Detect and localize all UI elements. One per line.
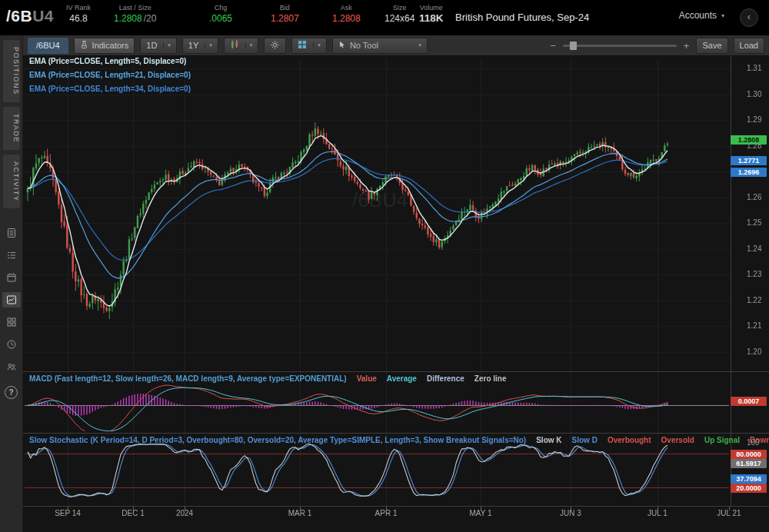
- flask-icon: [80, 40, 88, 51]
- gear-icon: [270, 40, 280, 52]
- indicators-label: Indicators: [92, 41, 129, 50]
- chevron-down-icon: ▾: [313, 42, 321, 48]
- chevron-down-icon: ▾: [418, 42, 421, 48]
- left-sidebar: POSITIONSTRADEACTIVITY ?: [0, 35, 23, 532]
- chart-settings-button[interactable]: [264, 38, 286, 54]
- stat-size: Size124x64: [384, 3, 414, 25]
- chevron-down-icon: ▾: [721, 12, 724, 19]
- community-icon[interactable]: [2, 359, 21, 374]
- stat-iv-rank: IV Rank46.8: [66, 3, 91, 25]
- timeframe-dropdown[interactable]: 1D ▾: [140, 38, 177, 54]
- quote-header: /6BU4 IV Rank46.8Last / Size1.2808/20Chg…: [0, 0, 769, 35]
- layout-grid-dropdown[interactable]: ▾: [291, 38, 327, 54]
- document-icon[interactable]: [2, 225, 21, 241]
- zoom-slider-handle[interactable]: [570, 42, 577, 50]
- chart-icon[interactable]: [2, 292, 21, 308]
- range-dropdown[interactable]: 1Y ▾: [182, 38, 218, 54]
- timeframe-value: 1D: [146, 41, 157, 50]
- accounts-dropdown[interactable]: Accounts ▾: [679, 10, 724, 21]
- help-icon[interactable]: ?: [5, 386, 18, 399]
- chart-toolbar: /6BU4 Indicators 1D ▾ 1Y ▾ ▾: [23, 35, 769, 56]
- stat-ask: Ask1.2808: [332, 3, 361, 25]
- stat-chg: Chg.0065: [209, 3, 232, 25]
- stat-volume: Volume118K: [419, 3, 444, 25]
- sidebar-icons: ?: [0, 225, 22, 399]
- load-button[interactable]: Load: [734, 38, 764, 54]
- accounts-label: Accounts: [679, 10, 717, 21]
- instrument-title: British Pound Futures, Sep-24: [455, 12, 589, 23]
- collapse-panel-button[interactable]: ‹: [740, 8, 758, 27]
- clock-icon[interactable]: [2, 337, 21, 352]
- chevron-down-icon: ▾: [163, 42, 171, 48]
- drawing-tool-value: No Tool: [350, 41, 414, 50]
- indicators-button[interactable]: Indicators: [74, 38, 135, 54]
- chart-type-dropdown[interactable]: ▾: [224, 38, 259, 54]
- sidebar-tabs: POSITIONSTRADEACTIVITY: [0, 40, 22, 208]
- stat-bid: Bid1.2807: [271, 3, 299, 25]
- stat-last-size: Last / Size1.2808/20: [114, 3, 156, 25]
- price-chart-canvas[interactable]: [23, 56, 769, 532]
- chevron-down-icon: ▾: [245, 42, 253, 48]
- calendar-icon[interactable]: [2, 270, 21, 285]
- symbol: /6BU4: [6, 7, 54, 25]
- trading-platform-window: /6BU4 IV Rank46.8Last / Size1.2808/20Chg…: [0, 0, 769, 532]
- sidebar-tab-activity[interactable]: ACTIVITY: [3, 155, 20, 209]
- zoom-in-button[interactable]: +: [682, 40, 691, 52]
- watchlist-icon[interactable]: [2, 248, 21, 263]
- save-button[interactable]: Save: [696, 38, 727, 54]
- chart-symbol-tab[interactable]: /6BU4: [28, 38, 68, 54]
- grid-icon[interactable]: [2, 314, 21, 330]
- symbol-root: /6B: [6, 7, 32, 25]
- layout-grid-icon: [298, 40, 307, 51]
- sidebar-tab-trade[interactable]: TRADE: [3, 107, 20, 150]
- zoom-out-button[interactable]: −: [548, 40, 558, 52]
- cursor-icon: [338, 40, 346, 51]
- zoom-slider[interactable]: [563, 45, 677, 47]
- drawing-tool-dropdown[interactable]: No Tool ▾: [332, 38, 428, 54]
- sidebar-tab-positions[interactable]: POSITIONS: [3, 40, 20, 102]
- range-value: 1Y: [188, 41, 198, 50]
- symbol-expiry: U4: [32, 7, 54, 25]
- chevron-down-icon: ▾: [205, 42, 212, 48]
- candlestick-icon: [230, 40, 239, 51]
